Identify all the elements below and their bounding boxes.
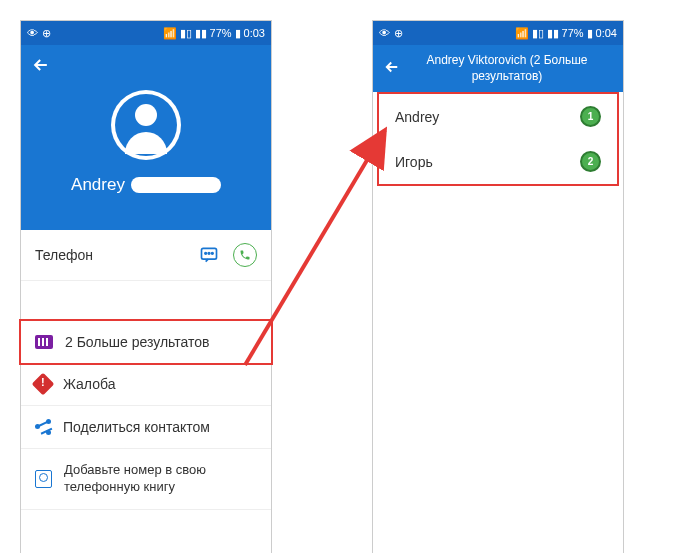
more-results-row[interactable]: 2 Больше результатов xyxy=(19,319,273,365)
result-item[interactable]: Andrey 1 xyxy=(379,94,617,139)
badge-2: 2 xyxy=(580,151,601,172)
add-to-book-row[interactable]: Добавьте номер в свою телефонную книгу xyxy=(21,449,271,510)
svg-point-1 xyxy=(205,253,207,255)
svg-point-3 xyxy=(212,253,214,255)
contact-name: Andrey xyxy=(71,175,221,195)
share-icon xyxy=(35,419,51,435)
signal-icon: ▮▮ xyxy=(547,27,559,40)
share-row[interactable]: Поделиться контактом xyxy=(21,406,271,449)
signal-icon: ▮▯ xyxy=(532,27,544,40)
battery-text: 77% xyxy=(210,27,232,39)
eye-icon: 👁 xyxy=(379,27,390,39)
empty-area xyxy=(373,186,623,553)
tv-icon: ⊕ xyxy=(394,27,403,40)
signal-icon: ▮▯ xyxy=(180,27,192,40)
back-button[interactable] xyxy=(31,55,51,79)
phone-left: 👁 ⊕ 📶 ▮▯ ▮▮ 77% ▮ 0:03 Andrey Телефон xyxy=(20,20,272,553)
phone-label: Телефон xyxy=(35,247,199,263)
eye-icon: 👁 xyxy=(27,27,38,39)
results-header: Andrey Viktorovich (2 Больше результатов… xyxy=(373,45,623,92)
contact-header: Andrey xyxy=(21,45,271,230)
avatar xyxy=(111,90,181,160)
call-icon[interactable] xyxy=(233,243,257,267)
signal-icon: ▮▮ xyxy=(195,27,207,40)
list-icon xyxy=(35,335,53,349)
svg-point-2 xyxy=(208,253,210,255)
battery-icon: ▮ xyxy=(235,27,241,40)
result-name: Игорь xyxy=(395,154,433,170)
result-item[interactable]: Игорь 2 xyxy=(379,139,617,184)
alert-icon xyxy=(35,376,51,392)
clock-text: 0:03 xyxy=(244,27,265,39)
complaint-row[interactable]: Жалоба xyxy=(21,363,271,406)
name-redacted xyxy=(131,177,221,193)
wifi-icon: 📶 xyxy=(515,27,529,40)
status-bar: 👁 ⊕ 📶 ▮▯ ▮▮ 77% ▮ 0:04 xyxy=(373,21,623,45)
tv-icon: ⊕ xyxy=(42,27,51,40)
battery-icon: ▮ xyxy=(587,27,593,40)
badge-1: 1 xyxy=(580,106,601,127)
result-name: Andrey xyxy=(395,109,439,125)
battery-text: 77% xyxy=(562,27,584,39)
results-list-highlight: Andrey 1 Игорь 2 xyxy=(377,92,619,186)
chat-icon[interactable] xyxy=(199,245,219,265)
back-button[interactable] xyxy=(383,58,401,80)
phone-row: Телефон xyxy=(21,230,271,281)
results-title: Andrey Viktorovich (2 Больше результатов… xyxy=(401,53,613,84)
phone-right: 👁 ⊕ 📶 ▮▯ ▮▮ 77% ▮ 0:04 Andrey Viktorovic… xyxy=(372,20,624,553)
clock-text: 0:04 xyxy=(596,27,617,39)
status-bar: 👁 ⊕ 📶 ▮▯ ▮▮ 77% ▮ 0:03 xyxy=(21,21,271,45)
wifi-icon: 📶 xyxy=(163,27,177,40)
book-icon xyxy=(35,470,52,488)
